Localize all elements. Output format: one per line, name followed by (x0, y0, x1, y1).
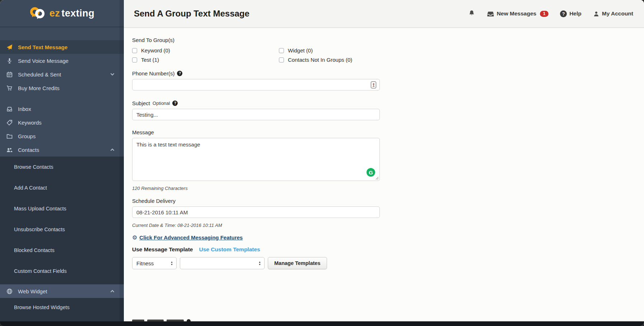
new-messages-button[interactable]: New Messages 1 (487, 10, 549, 17)
users-icon (6, 147, 13, 153)
schedule-input-wrap (132, 206, 380, 218)
checkbox-widget[interactable]: Widget (0) (279, 47, 313, 53)
checkbox-label: Widget (0) (288, 47, 313, 53)
sidebar-item-label: Send Text Message (18, 44, 115, 50)
use-custom-templates-link[interactable]: Use Custom Templates (199, 246, 260, 253)
schedule-delivery-label: Schedule Delivery (132, 197, 176, 204)
paper-plane-icon (6, 44, 13, 50)
sidebar-item-label: Groups (18, 133, 115, 139)
message-textarea-wrap: This is a test text message G (132, 138, 380, 181)
schedule-delivery-input[interactable] (132, 206, 380, 218)
template-select[interactable]: ▲▼ (180, 257, 265, 269)
sidebar-item-unsubscribe-contacts[interactable]: Unsubscribe Contacts (0, 219, 124, 240)
template-select-row: Fitness ▲▼ ▲▼ Manage Templates (132, 257, 644, 269)
advanced-features-row: ⚙ Click For Advanced Messaging Features (132, 234, 644, 241)
message-label: Message (132, 129, 154, 135)
sidebar-nav: Send Text Message Send Voice Message Sch… (0, 27, 124, 157)
select-arrows-icon: ▲▼ (255, 261, 261, 266)
grammarly-icon[interactable]: G (367, 168, 375, 177)
template-category-value: Fitness (136, 260, 154, 266)
checkbox-label: Test (1) (141, 57, 159, 63)
sidebar-item-keywords[interactable]: Keywords (0, 116, 124, 129)
checkbox-test[interactable]: Test (1) (132, 57, 159, 63)
phone-input-wrap: ↥ (132, 79, 380, 90)
current-datetime-text: Current Date & Time: 08-21-2016 10:11 AM (132, 223, 644, 228)
folder-icon (6, 133, 13, 139)
help-label: Help (569, 10, 582, 17)
sidebar-item-send-voice-message[interactable]: Send Voice Message (0, 54, 124, 67)
tag-icon (6, 120, 13, 126)
subject-help-icon[interactable]: ? (172, 101, 178, 106)
sidebar-item-blocked-contacts[interactable]: Blocked Contacts (0, 240, 124, 261)
phone-numbers-input[interactable] (132, 79, 380, 90)
chevron-up-icon (110, 148, 115, 151)
inbox-tray-icon (487, 11, 494, 17)
shopping-cart-icon (6, 85, 13, 91)
checkbox-box[interactable] (279, 48, 284, 53)
help-icon: ? (560, 10, 567, 17)
checkbox-label: Contacts Not In Groups (0) (288, 57, 352, 63)
header-actions: New Messages 1 ? Help My Account (468, 10, 633, 18)
sidebar-item-contacts[interactable]: Contacts (0, 143, 124, 157)
group-checkbox-grid: Keyword (0) Widget (0) Test (1) Contacts… (132, 47, 352, 63)
sidebar-item-inbox[interactable]: Inbox (0, 102, 124, 116)
checkbox-box[interactable] (279, 57, 284, 62)
main-content: Send To Group(s) Keyword (0) Widget (0) … (124, 29, 644, 326)
help-button[interactable]: ? Help (560, 10, 582, 17)
chevron-up-icon (110, 290, 115, 293)
sidebar-item-browse-hosted-widgets[interactable]: Browse Hosted Widgets (0, 298, 124, 317)
sidebar-item-label: Scheduled & Sent (18, 71, 110, 78)
sidebar-item-add-a-contact[interactable]: Add A Contact (0, 177, 124, 198)
sidebar-item-web-widget[interactable]: Web Widget (0, 284, 124, 298)
contacts-submenu: Browse Contacts Add A Contact Mass Uploa… (0, 157, 124, 284)
message-textarea[interactable]: This is a test text message (132, 138, 380, 181)
new-messages-label: New Messages (497, 10, 536, 17)
sidebar-item-label: Send Voice Message (18, 58, 115, 64)
subject-optional-label: Optional (153, 101, 170, 106)
template-row: Use Message Template Use Custom Template… (132, 246, 644, 253)
checkbox-contacts-not-in-groups[interactable]: Contacts Not In Groups (0) (279, 57, 352, 63)
send-to-groups-label: Send To Group(s) (132, 37, 174, 43)
app-window: eztexting Send Text Message Send Voice M… (0, 0, 644, 326)
phone-help-icon[interactable]: ? (177, 71, 182, 76)
sidebar-item-groups[interactable]: Groups (0, 129, 124, 143)
advanced-features-link[interactable]: Click For Advanced Messaging Features (139, 234, 243, 241)
globe-icon (6, 288, 13, 294)
checkbox-keyword[interactable]: Keyword (0) (132, 47, 170, 53)
sidebar-item-mass-upload-contacts[interactable]: Mass Upload Contacts (0, 198, 124, 219)
import-numbers-icon[interactable]: ↥ (371, 82, 376, 88)
sidebar-item-label: Keywords (18, 120, 115, 126)
use-message-template-label: Use Message Template (132, 246, 193, 253)
manage-templates-button[interactable]: Manage Templates (268, 257, 327, 269)
sidebar-item-label: Buy More Credits (18, 85, 115, 91)
template-category-select[interactable]: Fitness ▲▼ (132, 257, 177, 269)
chevron-down-icon (110, 73, 115, 76)
sidebar-item-label: Web Widget (18, 288, 110, 294)
my-account-label: My Account (602, 10, 633, 17)
sidebar-item-buy-more-credits[interactable]: Buy More Credits (0, 81, 124, 95)
checkbox-box[interactable] (132, 48, 137, 53)
subject-input[interactable] (132, 109, 380, 120)
my-account-button[interactable]: My Account (593, 10, 633, 17)
sidebar-item-scheduled-and-sent[interactable]: Scheduled & Sent (0, 67, 124, 81)
ez-texting-logo-icon (29, 6, 46, 20)
sidebar-item-send-text-message[interactable]: Send Text Message (0, 40, 124, 54)
microphone-icon (6, 58, 13, 64)
resize-handle-icon[interactable] (375, 176, 379, 180)
checkbox-label: Keyword (0) (141, 47, 170, 53)
sidebar-item-custom-contact-fields[interactable]: Custom Contact Fields (0, 261, 124, 281)
subject-label: Subject Optional ? (132, 100, 178, 106)
new-messages-badge: 1 (540, 11, 549, 17)
nav-divider-gap (0, 95, 124, 102)
sidebar-item-label: Inbox (18, 106, 115, 112)
notifications-bell-icon[interactable] (468, 10, 475, 18)
clipped-bottom-row (132, 318, 215, 321)
page-title: Send A Group Text Message (134, 9, 249, 19)
sidebar-item-browse-contacts[interactable]: Browse Contacts (0, 157, 124, 177)
user-icon (593, 11, 599, 17)
top-header: Send A Group Text Message New Messages 1… (124, 0, 644, 28)
checkbox-box[interactable] (132, 57, 137, 62)
remaining-characters-text: 120 Remaining Characters (132, 186, 644, 191)
brand-logo[interactable]: eztexting (0, 0, 124, 27)
calendar-icon (6, 71, 13, 78)
